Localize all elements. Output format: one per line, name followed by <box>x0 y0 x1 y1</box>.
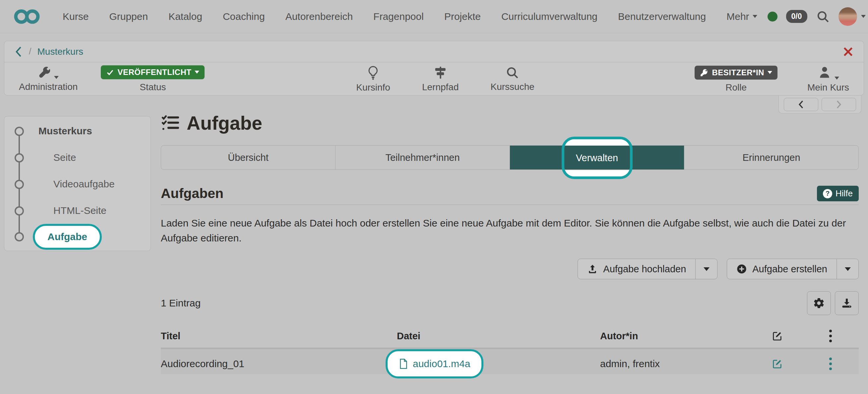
create-task-label: Aufgabe erstellen <box>752 264 827 275</box>
search-icon <box>506 66 520 80</box>
lernpfad-button[interactable]: Lernpfad <box>422 65 459 93</box>
help-button[interactable]: ? Hilfe <box>817 186 859 201</box>
file-link[interactable]: audio01.m4a <box>413 358 470 369</box>
nav-item-fragenpool[interactable]: Fragenpool <box>363 11 434 22</box>
sidebar-item-seite[interactable]: Seite <box>53 152 76 163</box>
table-row[interactable]: Audiorecording_01 audio01.m4a admin, fre… <box>161 347 859 374</box>
main-nav: Kurse Gruppen Katalog Coaching Autorenbe… <box>52 11 768 22</box>
task-checklist-icon <box>161 114 180 133</box>
row-menu-button[interactable] <box>802 358 859 370</box>
course-toolbar: Administration VERÖFFENTLICHT Status <box>4 62 864 95</box>
create-task-button[interactable]: Aufgabe erstellen <box>727 259 837 279</box>
role-menu[interactable]: BESITZER*IN Rolle <box>694 66 777 93</box>
my-course-label: Mein Kurs <box>807 82 849 93</box>
edit-row-button[interactable] <box>752 358 802 369</box>
gear-icon <box>813 297 825 309</box>
my-course-menu[interactable]: Mein Kurs <box>807 65 849 93</box>
next-node-button[interactable] <box>822 98 856 111</box>
page-title: Aufgabe <box>187 112 262 134</box>
upload-task-split-button: Aufgabe hochladen <box>578 259 717 279</box>
status-badge[interactable]: VERÖFFENTLICHT <box>101 65 205 79</box>
sidebar-item-videoaufgabe[interactable]: Videoaufgabe <box>53 178 115 190</box>
previous-node-button[interactable] <box>784 98 818 111</box>
nav-item-benutzerverwaltung[interactable]: Benutzerverwaltung <box>608 11 716 22</box>
help-label: Hilfe <box>836 188 853 199</box>
tab-verwalten-label: Verwalten <box>564 146 630 170</box>
close-icon[interactable] <box>842 46 854 57</box>
nav-item-kurse[interactable]: Kurse <box>52 11 99 22</box>
tab-bar: Übersicht Teilnehmer*innen Verwalten Eri… <box>161 145 859 170</box>
chat-counter-badge[interactable]: 0/0 <box>786 10 807 23</box>
chevron-down-icon <box>835 77 839 80</box>
tab-erinnerungen[interactable]: Erinnerungen <box>684 146 858 170</box>
navbar-right-cluster: 0/0 <box>768 7 866 26</box>
cell-titel: Audiorecording_01 <box>161 358 397 369</box>
check-icon <box>106 68 114 76</box>
upload-task-button[interactable]: Aufgabe hochladen <box>578 259 695 279</box>
breadcrumb-back-icon[interactable] <box>14 46 23 57</box>
nav-item-gruppen[interactable]: Gruppen <box>99 11 158 22</box>
kursinfo-button[interactable]: Kursinfo <box>356 65 390 93</box>
actions-row: Aufgabe hochladen Aufgabe erstellen <box>161 259 859 279</box>
table-meta-row: 1 Eintrag <box>161 291 859 315</box>
tab-teilnehmerinnen[interactable]: Teilnehmer*innen <box>336 146 510 170</box>
sidebar-item-musterkurs[interactable]: Musterkurs <box>38 125 92 137</box>
table-settings-button[interactable] <box>807 291 831 315</box>
download-icon <box>841 297 853 309</box>
tab-verwalten-selected[interactable]: Verwalten <box>510 146 684 170</box>
openolat-logo-icon[interactable] <box>13 8 40 26</box>
status-menu[interactable]: VERÖFFENTLICHT Status <box>101 65 205 93</box>
lernpfad-label: Lernpfad <box>422 82 459 93</box>
nav-item-mehr[interactable]: Mehr <box>716 11 767 22</box>
course-header-card: / Musterkurs Administration VE <box>4 41 864 95</box>
section-divider <box>161 205 859 205</box>
nav-item-katalog[interactable]: Katalog <box>158 11 213 22</box>
status-label: Status <box>140 82 166 93</box>
kurssuche-label: Kurssuche <box>490 82 534 92</box>
role-badge[interactable]: BESITZER*IN <box>694 66 777 80</box>
user-menu[interactable] <box>838 7 866 26</box>
chevron-down-icon <box>54 76 59 79</box>
nav-item-coaching[interactable]: Coaching <box>213 11 275 22</box>
file-icon <box>399 359 408 369</box>
table-download-button[interactable] <box>835 291 859 315</box>
sidebar-item-aufgabe-highlighted[interactable]: Aufgabe <box>33 224 102 250</box>
tree-node-icon <box>14 180 24 189</box>
nav-item-curriculumverwaltung[interactable]: Curriculumverwaltung <box>491 11 608 22</box>
chevron-down-icon <box>704 267 710 271</box>
kurssuche-button[interactable]: Kurssuche <box>490 66 534 92</box>
breadcrumb-current[interactable]: Musterkurs <box>37 47 83 57</box>
breadcrumb: / Musterkurs <box>4 41 864 62</box>
nav-item-projekte[interactable]: Projekte <box>434 11 491 22</box>
search-icon[interactable] <box>816 10 830 24</box>
tree-node-icon <box>14 232 24 241</box>
column-header-autor[interactable]: Autor*in <box>600 331 752 342</box>
column-header-datei[interactable]: Datei <box>397 331 600 342</box>
toolbar-center-group: Kursinfo Lernpfad Kurssu <box>356 65 534 93</box>
upload-icon <box>587 264 598 274</box>
upload-task-dropdown[interactable] <box>695 259 717 279</box>
create-task-split-button: Aufgabe erstellen <box>727 259 859 279</box>
annotation-ring-file-link[interactable]: audio01.m4a <box>385 349 484 378</box>
column-header-titel[interactable]: Titel <box>161 331 397 342</box>
annotation-ring-verwalten: Verwalten <box>562 137 632 179</box>
kursinfo-label: Kursinfo <box>356 82 390 93</box>
wrench-icon <box>38 66 52 79</box>
chevron-down-icon <box>861 15 866 18</box>
table-menu-button[interactable] <box>802 330 859 342</box>
entry-count: 1 Eintrag <box>161 298 200 309</box>
edit-columns-button[interactable] <box>752 330 802 342</box>
nav-item-autorenbereich[interactable]: Autorenbereich <box>275 11 363 22</box>
tasks-table: Titel Datei Autor*in Audiorecording_01 <box>161 324 859 374</box>
sidebar-item-html-seite[interactable]: HTML-Seite <box>53 205 106 216</box>
create-task-dropdown[interactable] <box>837 259 858 279</box>
chevron-down-icon <box>753 15 757 18</box>
top-navbar: Kurse Gruppen Katalog Coaching Autorenbe… <box>0 0 868 33</box>
administration-menu[interactable]: Administration <box>19 66 78 92</box>
table-tools <box>807 291 859 315</box>
tab-uebersicht[interactable]: Übersicht <box>161 146 336 170</box>
course-node-pager <box>778 95 861 114</box>
chevron-down-icon <box>195 71 199 73</box>
toolbar-right-group: BESITZER*IN Rolle Mein Kurs <box>694 65 849 93</box>
section-title: Aufgaben <box>161 186 223 201</box>
